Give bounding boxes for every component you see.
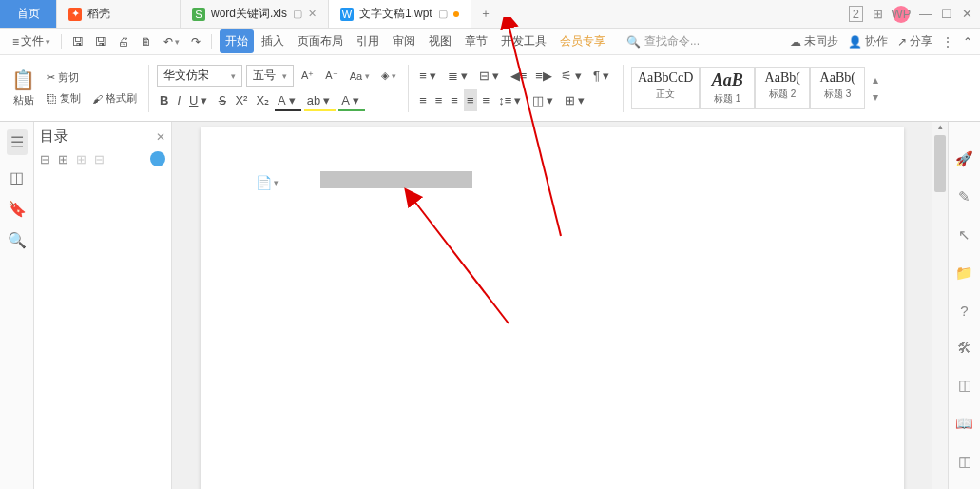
tab-chapter[interactable]: 章节 [459, 29, 493, 53]
find-icon[interactable]: 🔍 [8, 231, 27, 249]
decrease-indent-icon[interactable]: ◀≡ [508, 65, 530, 87]
italic-icon[interactable]: I [174, 89, 183, 111]
sort-icon[interactable]: ⚟▾ [558, 65, 587, 87]
tab-view[interactable]: 视图 [423, 29, 457, 53]
print-icon[interactable]: 🖨 [113, 32, 134, 51]
collapse-icon[interactable]: ⊟ [40, 152, 50, 166]
sync-button[interactable]: ☁ 未同步 [790, 33, 838, 49]
font-color-icon[interactable]: A▾ [275, 89, 301, 111]
tools-icon[interactable]: 🛠 [957, 340, 971, 356]
border-icon[interactable]: ⊞▾ [562, 89, 590, 111]
cursor-icon[interactable]: ↖ [958, 226, 970, 244]
fill-icon[interactable]: ◫▾ [529, 89, 559, 111]
distribute-icon[interactable]: ≡ [480, 89, 493, 111]
strike-icon[interactable]: S̶ [216, 89, 229, 111]
style-body[interactable]: AaBbCcD正文 [631, 67, 700, 109]
layers-icon[interactable]: ◫ [958, 377, 971, 394]
tab-docer[interactable]: ✦ 稻壳 [57, 0, 181, 28]
align-justify-icon[interactable]: ≡ [464, 89, 477, 111]
promote-icon[interactable]: ⊞ [76, 152, 86, 166]
vertical-scrollbar[interactable]: ▴ [932, 122, 948, 489]
separator [61, 34, 62, 49]
redo-icon[interactable]: ↷ [186, 32, 205, 51]
save-as-icon[interactable]: 🖫 [90, 32, 111, 51]
more-icon[interactable]: ⋮ [942, 35, 953, 49]
ribbon-tabs: 开始 插入 页面布局 引用 审阅 视图 章节 开发工具 会员专享 [220, 29, 611, 53]
font-family-select[interactable]: 华文仿宋▾ [157, 65, 242, 87]
new-tab-button[interactable]: ＋ [471, 0, 500, 28]
outline-icon[interactable]: ☰ [7, 129, 28, 155]
style-more[interactable]: ▴▾ [869, 73, 882, 104]
document-area[interactable]: 📄▾ [172, 122, 932, 489]
style-h2[interactable]: AaBb(标题 2 [755, 67, 810, 109]
bookmark-icon[interactable]: 🔖 [8, 200, 27, 218]
underline-icon[interactable]: U▾ [186, 89, 213, 111]
numbering-icon[interactable]: ≣▾ [445, 65, 473, 87]
menu-button[interactable]: ≡ 文件 ▾ [8, 30, 55, 52]
avatar[interactable]: WP [893, 6, 910, 23]
show-marks-icon[interactable]: ¶▾ [590, 65, 615, 87]
thumbnail-icon[interactable]: ◫ [10, 168, 24, 186]
cut-button[interactable]: ✂ 剪切 [43, 68, 141, 87]
tab-layout[interactable]: 页面布局 [292, 29, 349, 53]
shrink-font-icon[interactable]: A⁻ [321, 68, 341, 84]
multilevel-icon[interactable]: ⊟▾ [476, 65, 505, 87]
share-button[interactable]: ↗ 分享 [897, 33, 932, 49]
font-size-select[interactable]: 五号▾ [246, 65, 294, 87]
style-h1[interactable]: AaB标题 1 [700, 67, 755, 109]
tab-member[interactable]: 会员专享 [554, 29, 611, 53]
tab-start[interactable]: 开始 [220, 29, 254, 53]
sync-icon[interactable] [150, 151, 165, 166]
undo-icon[interactable]: ↶▾ [159, 32, 184, 51]
tab-xls[interactable]: S word关键词.xls ▢✕ [181, 0, 329, 28]
preview-icon[interactable]: 🗎 [136, 32, 157, 51]
grow-font-icon[interactable]: A⁺ [298, 68, 317, 84]
pen-icon[interactable]: ✎ [958, 188, 970, 205]
align-left-icon[interactable]: ≡ [416, 89, 430, 111]
collab-button[interactable]: 👤 协作 [848, 33, 888, 49]
help-icon[interactable]: ? [960, 303, 968, 319]
tab-dev[interactable]: 开发工具 [495, 29, 552, 53]
copy-button[interactable]: ⿻ 复制 [43, 89, 85, 108]
folder-icon[interactable]: 📁 [955, 264, 973, 282]
maximize-button[interactable]: ☐ [941, 7, 952, 21]
paste-button[interactable]: 📋 粘贴 [8, 65, 39, 111]
tab-wpt[interactable]: W 文字文稿1.wpt ▢ [329, 0, 471, 28]
style-h3[interactable]: AaBb(标题 3 [810, 67, 865, 109]
minimize-button[interactable]: — [919, 7, 932, 21]
subscript-icon[interactable]: X₂ [253, 89, 272, 111]
close-button[interactable]: ✕ [962, 7, 972, 21]
settings-icon[interactable]: ◫ [958, 453, 971, 470]
scroll-up-icon[interactable]: ▴ [932, 122, 948, 135]
line-spacing-icon[interactable]: ↕≡▾ [495, 89, 527, 111]
highlight-icon[interactable]: ab▾ [304, 89, 336, 111]
demote-icon[interactable]: ⊟ [94, 152, 105, 166]
tab-ref[interactable]: 引用 [351, 29, 385, 53]
page[interactable]: 📄▾ [201, 127, 904, 489]
superscript-icon[interactable]: X² [232, 89, 250, 111]
format-painter-button[interactable]: 🖌 格式刷 [88, 89, 141, 108]
tab-review[interactable]: 审阅 [387, 29, 421, 53]
scroll-thumb[interactable] [934, 135, 946, 192]
grid-icon[interactable]: ⊞ [873, 7, 883, 21]
collapse-icon[interactable]: ⌃ [963, 35, 972, 49]
tab-home[interactable]: 首页 [0, 0, 57, 28]
save-icon[interactable]: 🖫 [67, 32, 88, 51]
clear-format-icon[interactable]: ◈▾ [377, 68, 400, 84]
change-case-icon[interactable]: Aa▾ [346, 68, 374, 84]
align-right-icon[interactable]: ≡ [448, 89, 461, 111]
increase-indent-icon[interactable]: ≡▶ [532, 65, 555, 87]
close-icon[interactable]: ✕ [308, 8, 317, 20]
expand-icon[interactable]: ⊞ [58, 152, 68, 166]
rocket-icon[interactable]: 🚀 [955, 150, 973, 167]
align-center-icon[interactable]: ≡ [432, 89, 446, 111]
tab-insert[interactable]: 插入 [256, 29, 290, 53]
close-icon[interactable]: ✕ [156, 130, 165, 144]
shading-icon[interactable]: A▾ [338, 89, 365, 111]
window-count-badge[interactable]: 2 [849, 6, 863, 22]
bullets-icon[interactable]: ≡▾ [416, 65, 442, 87]
bold-icon[interactable]: B [157, 89, 171, 111]
command-search[interactable]: 🔍 查找命令... [626, 33, 700, 49]
book-icon[interactable]: 📖 [955, 415, 973, 432]
docer-icon: ✦ [68, 8, 82, 21]
